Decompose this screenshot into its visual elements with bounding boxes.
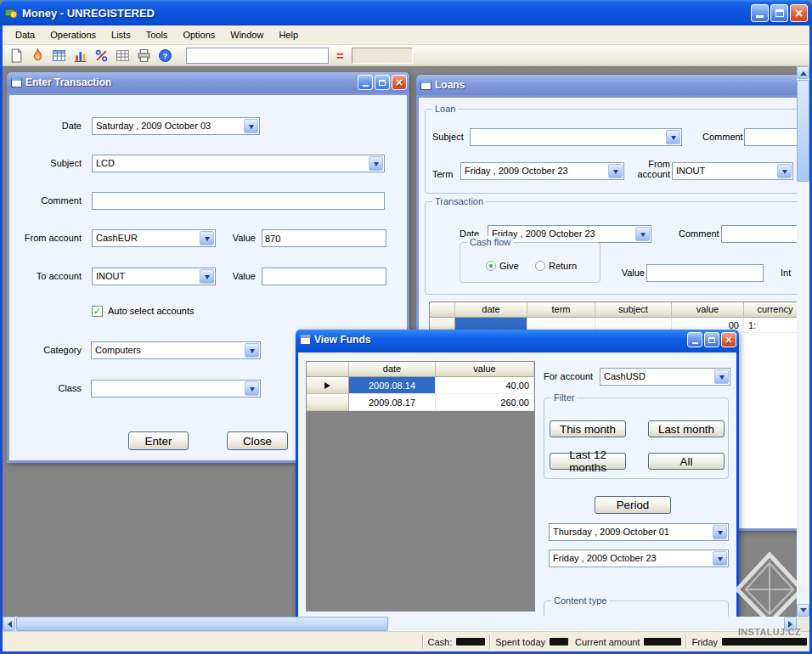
menu-data[interactable]: Data — [8, 27, 42, 42]
chevron-down-icon[interactable] — [713, 525, 727, 539]
column-header-value[interactable]: value — [672, 302, 744, 318]
cell-date[interactable]: 2009.08.17 — [349, 394, 436, 411]
period-button[interactable]: Period — [595, 496, 671, 514]
loans-titlebar[interactable]: Loans — [416, 75, 797, 95]
maximize-button[interactable] — [770, 4, 788, 22]
date-to-value: Friday , 2009 October 23 — [553, 553, 711, 563]
menu-tools[interactable]: Tools — [138, 27, 176, 42]
give-radio[interactable] — [486, 261, 496, 271]
chevron-down-icon[interactable] — [200, 269, 214, 284]
scroll-right-button[interactable] — [784, 617, 797, 631]
comment-label: Comment — [679, 228, 719, 240]
filter-group: Filter This month Last month Last 12 mon… — [544, 397, 729, 479]
enter-transaction-titlebar[interactable]: Enter Transaction × — [7, 72, 409, 93]
funds-table[interactable]: date value 2009.08.14 40.00 2009.08.17 2… — [306, 361, 535, 612]
menu-options[interactable]: Options — [175, 27, 223, 42]
close-icon: × — [794, 7, 804, 19]
chevron-down-icon[interactable] — [369, 156, 383, 171]
term-date-picker[interactable]: Friday , 2009 October 23 — [460, 162, 624, 180]
cell-value[interactable]: 40.00 — [436, 377, 534, 394]
all-button[interactable]: All — [648, 453, 725, 470]
date-to-picker[interactable]: Friday , 2009 October 23 — [549, 550, 729, 567]
toolbar-search-input[interactable] — [186, 48, 329, 64]
minimize-button[interactable] — [358, 75, 373, 90]
close-button[interactable]: × — [392, 75, 407, 90]
loan-subject-combo[interactable] — [470, 128, 682, 146]
help-icon[interactable]: ? — [155, 46, 176, 65]
row-selector-cell[interactable] — [307, 394, 349, 411]
this-month-button[interactable]: This month — [550, 420, 626, 437]
last-12-months-button[interactable]: Last 12 months — [550, 453, 626, 470]
horizontal-scrollbar[interactable] — [3, 617, 797, 631]
transaction-comment-field[interactable] — [721, 225, 797, 243]
column-header-currency[interactable]: currency — [744, 302, 797, 318]
chevron-down-icon[interactable] — [245, 343, 259, 358]
vertical-scroll-thumb[interactable] — [797, 80, 809, 182]
close-button[interactable]: Close — [227, 431, 288, 450]
table-row[interactable]: 2009.08.17 260.00 — [307, 394, 534, 411]
last-month-button[interactable]: Last month — [648, 420, 725, 437]
subject-combo[interactable]: LCD — [92, 155, 385, 172]
cell-date[interactable]: 2009.08.14 — [349, 377, 436, 394]
menu-lists[interactable]: Lists — [104, 27, 138, 42]
cell-currency[interactable]: 1: — [744, 318, 797, 333]
grid-icon[interactable] — [112, 46, 133, 65]
column-header-subject[interactable]: subject — [595, 302, 672, 318]
date-from-picker[interactable]: Thursday , 2009 October 01 — [549, 523, 729, 541]
chevron-down-icon[interactable] — [608, 164, 623, 178]
menu-help[interactable]: Help — [271, 27, 306, 42]
to-value-field[interactable] — [262, 268, 386, 285]
chevron-down-icon[interactable] — [245, 381, 259, 396]
chevron-down-icon[interactable] — [200, 231, 214, 245]
for-account-combo[interactable]: CashUSD — [600, 368, 730, 386]
from-account-combo[interactable]: CashEUR — [92, 229, 216, 247]
menu-window[interactable]: Window — [223, 27, 271, 42]
status-date: Friday — [689, 637, 809, 647]
vertical-scrollbar[interactable] — [797, 66, 809, 617]
column-header-date[interactable]: date — [455, 302, 527, 318]
menu-operations[interactable]: Operations — [42, 27, 104, 42]
chevron-down-icon[interactable] — [635, 227, 650, 241]
comment-field[interactable] — [92, 192, 385, 210]
column-header-date[interactable]: date — [349, 362, 436, 377]
chevron-down-icon[interactable] — [714, 369, 729, 384]
table-row[interactable]: 2009.08.14 40.00 — [307, 377, 534, 394]
auto-select-checkbox[interactable]: ✓ — [92, 306, 103, 317]
horizontal-scroll-thumb[interactable] — [16, 617, 388, 631]
category-combo[interactable]: Computers — [91, 341, 261, 359]
row-selector-cell[interactable] — [307, 377, 349, 394]
date-picker[interactable]: Saturday , 2009 October 03 — [92, 117, 260, 135]
transaction-value-field[interactable] — [646, 264, 764, 282]
cell-value[interactable]: 260.00 — [436, 394, 534, 411]
new-document-icon[interactable] — [6, 46, 27, 65]
close-button[interactable]: × — [790, 4, 808, 22]
from-value-field[interactable] — [262, 229, 386, 247]
scroll-up-button[interactable] — [797, 66, 809, 79]
percent-icon[interactable] — [91, 46, 112, 65]
loan-comment-field[interactable] — [744, 128, 797, 146]
chevron-down-icon[interactable] — [713, 551, 727, 566]
to-account-combo[interactable]: INOUT — [92, 268, 216, 285]
transaction-group: Transaction Date Friday , 2009 October 2… — [425, 201, 797, 295]
scroll-down-button[interactable] — [797, 604, 809, 617]
chevron-down-icon[interactable] — [244, 119, 258, 133]
chevron-down-icon[interactable] — [666, 130, 680, 144]
flame-icon[interactable] — [27, 46, 48, 65]
column-header-value[interactable]: value — [436, 362, 534, 377]
chart-icon[interactable] — [70, 46, 91, 65]
scroll-left-button[interactable] — [3, 617, 15, 631]
printer-icon[interactable] — [133, 46, 155, 65]
minimize-button[interactable] — [751, 4, 769, 22]
enter-button[interactable]: Enter — [128, 431, 189, 450]
view-funds-titlebar[interactable]: View Funds × — [296, 330, 739, 350]
class-combo[interactable] — [91, 380, 261, 397]
maximize-button[interactable] — [704, 332, 719, 347]
minimize-button[interactable] — [687, 332, 702, 347]
return-radio[interactable] — [535, 261, 545, 271]
loan-from-account-combo[interactable]: INOUT — [672, 162, 793, 180]
table-icon[interactable] — [48, 46, 70, 65]
column-header-term[interactable]: term — [527, 302, 595, 318]
chevron-down-icon[interactable] — [777, 164, 792, 178]
close-button[interactable]: × — [721, 332, 736, 347]
maximize-button[interactable] — [375, 75, 390, 90]
